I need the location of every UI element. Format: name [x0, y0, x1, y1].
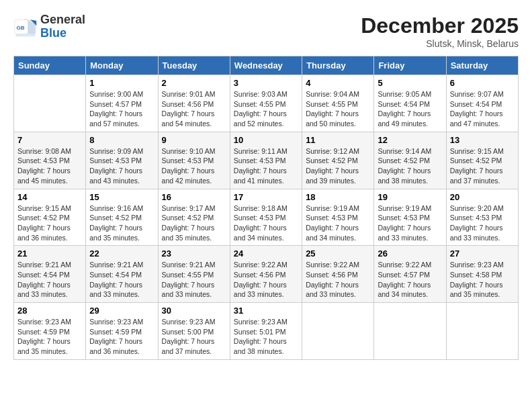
month-title: December 2025 [361, 13, 519, 38]
day-info: Sunrise: 9:20 AMSunset: 4:53 PMDaylight:… [450, 203, 515, 243]
logo-icon: GB [13, 15, 38, 39]
day-info: Sunrise: 9:11 AMSunset: 4:53 PMDaylight:… [234, 146, 298, 186]
day-info: Sunrise: 9:23 AMSunset: 4:59 PMDaylight:… [17, 317, 82, 357]
day-number: 31 [234, 306, 298, 316]
calendar-cell: 3Sunrise: 9:03 AMSunset: 4:55 PMDaylight… [230, 75, 302, 132]
day-number: 9 [162, 135, 226, 145]
day-info: Sunrise: 9:14 AMSunset: 4:52 PMDaylight:… [378, 146, 442, 186]
day-info: Sunrise: 9:07 AMSunset: 4:54 PMDaylight:… [450, 89, 515, 129]
calendar-cell: 8Sunrise: 9:09 AMSunset: 4:53 PMDaylight… [86, 132, 158, 189]
calendar-cell: 25Sunrise: 9:22 AMSunset: 4:56 PMDayligh… [302, 246, 374, 303]
day-info: Sunrise: 9:17 AMSunset: 4:52 PMDaylight:… [162, 203, 226, 243]
calendar-cell: 6Sunrise: 9:07 AMSunset: 4:54 PMDaylight… [446, 75, 518, 132]
header-tuesday: Tuesday [158, 56, 230, 75]
day-info: Sunrise: 9:22 AMSunset: 4:56 PMDaylight:… [306, 260, 370, 300]
day-number: 24 [234, 248, 298, 259]
calendar-cell: 22Sunrise: 9:21 AMSunset: 4:54 PMDayligh… [86, 246, 158, 303]
logo-text: General Blue [40, 13, 85, 40]
day-info: Sunrise: 9:21 AMSunset: 4:54 PMDaylight:… [89, 260, 154, 300]
logo-general: General [40, 13, 85, 27]
calendar-cell [14, 75, 86, 132]
calendar-week-row: 28Sunrise: 9:23 AMSunset: 4:59 PMDayligh… [14, 303, 519, 360]
day-number: 16 [162, 192, 226, 202]
calendar-cell: 5Sunrise: 9:05 AMSunset: 4:54 PMDaylight… [374, 75, 446, 132]
day-info: Sunrise: 9:03 AMSunset: 4:55 PMDaylight:… [234, 89, 298, 129]
day-number: 25 [306, 248, 370, 259]
day-number: 6 [450, 78, 515, 88]
calendar-cell: 10Sunrise: 9:11 AMSunset: 4:53 PMDayligh… [230, 132, 302, 189]
day-number: 26 [378, 248, 442, 259]
day-number: 22 [89, 248, 154, 259]
calendar-cell: 16Sunrise: 9:17 AMSunset: 4:52 PMDayligh… [158, 189, 230, 246]
day-number: 3 [234, 78, 298, 88]
calendar-cell: 18Sunrise: 9:19 AMSunset: 4:53 PMDayligh… [302, 189, 374, 246]
day-info: Sunrise: 9:01 AMSunset: 4:56 PMDaylight:… [162, 89, 226, 129]
location-subtitle: Slutsk, Minsk, Belarus [361, 38, 519, 49]
calendar-cell [374, 303, 446, 360]
day-number: 17 [234, 192, 298, 202]
calendar-cell: 7Sunrise: 9:08 AMSunset: 4:53 PMDaylight… [14, 132, 86, 189]
day-number: 2 [162, 78, 226, 88]
day-number: 29 [89, 306, 154, 316]
calendar-cell: 26Sunrise: 9:22 AMSunset: 4:57 PMDayligh… [374, 246, 446, 303]
day-info: Sunrise: 9:12 AMSunset: 4:52 PMDaylight:… [306, 146, 370, 186]
day-number: 20 [450, 192, 515, 202]
calendar-cell: 20Sunrise: 9:20 AMSunset: 4:53 PMDayligh… [446, 189, 518, 246]
calendar-cell: 9Sunrise: 9:10 AMSunset: 4:53 PMDaylight… [158, 132, 230, 189]
day-number: 19 [378, 192, 442, 202]
day-info: Sunrise: 9:22 AMSunset: 4:56 PMDaylight:… [234, 260, 298, 300]
day-number: 8 [89, 135, 154, 145]
day-number: 27 [450, 248, 515, 259]
day-number: 30 [162, 306, 226, 316]
calendar-cell: 4Sunrise: 9:04 AMSunset: 4:55 PMDaylight… [302, 75, 374, 132]
day-info: Sunrise: 9:00 AMSunset: 4:57 PMDaylight:… [89, 89, 154, 129]
calendar-cell: 2Sunrise: 9:01 AMSunset: 4:56 PMDaylight… [158, 75, 230, 132]
day-number: 10 [234, 135, 298, 145]
calendar-cell: 13Sunrise: 9:15 AMSunset: 4:52 PMDayligh… [446, 132, 518, 189]
calendar-week-row: 1Sunrise: 9:00 AMSunset: 4:57 PMDaylight… [14, 75, 519, 132]
day-info: Sunrise: 9:22 AMSunset: 4:57 PMDaylight:… [378, 260, 442, 300]
calendar-cell: 17Sunrise: 9:18 AMSunset: 4:53 PMDayligh… [230, 189, 302, 246]
header-saturday: Saturday [446, 56, 518, 75]
day-info: Sunrise: 9:21 AMSunset: 4:55 PMDaylight:… [162, 260, 226, 300]
day-number: 28 [17, 306, 82, 316]
day-number: 18 [306, 192, 370, 202]
calendar-cell: 21Sunrise: 9:21 AMSunset: 4:54 PMDayligh… [14, 246, 86, 303]
day-number: 1 [89, 78, 154, 88]
day-info: Sunrise: 9:04 AMSunset: 4:55 PMDaylight:… [306, 89, 370, 129]
day-number: 21 [17, 248, 82, 259]
calendar-cell [446, 303, 518, 360]
calendar-cell: 23Sunrise: 9:21 AMSunset: 4:55 PMDayligh… [158, 246, 230, 303]
header-monday: Monday [86, 56, 158, 75]
calendar-cell: 31Sunrise: 9:23 AMSunset: 5:01 PMDayligh… [230, 303, 302, 360]
calendar-week-row: 7Sunrise: 9:08 AMSunset: 4:53 PMDaylight… [14, 132, 519, 189]
day-info: Sunrise: 9:21 AMSunset: 4:54 PMDaylight:… [17, 260, 82, 300]
day-info: Sunrise: 9:09 AMSunset: 4:53 PMDaylight:… [89, 146, 154, 186]
day-number: 12 [378, 135, 442, 145]
day-number: 4 [306, 78, 370, 88]
logo: GB General Blue [13, 13, 85, 40]
calendar-cell: 11Sunrise: 9:12 AMSunset: 4:52 PMDayligh… [302, 132, 374, 189]
calendar-cell: 15Sunrise: 9:16 AMSunset: 4:52 PMDayligh… [86, 189, 158, 246]
day-info: Sunrise: 9:08 AMSunset: 4:53 PMDaylight:… [17, 146, 82, 186]
day-info: Sunrise: 9:15 AMSunset: 4:52 PMDaylight:… [450, 146, 515, 186]
calendar-header-row: SundayMondayTuesdayWednesdayThursdayFrid… [14, 56, 519, 75]
calendar-cell: 24Sunrise: 9:22 AMSunset: 4:56 PMDayligh… [230, 246, 302, 303]
header-wednesday: Wednesday [230, 56, 302, 75]
day-info: Sunrise: 9:23 AMSunset: 4:58 PMDaylight:… [450, 260, 515, 300]
day-number: 11 [306, 135, 370, 145]
day-info: Sunrise: 9:18 AMSunset: 4:53 PMDaylight:… [234, 203, 298, 243]
day-number: 5 [378, 78, 442, 88]
calendar-cell: 19Sunrise: 9:19 AMSunset: 4:53 PMDayligh… [374, 189, 446, 246]
day-info: Sunrise: 9:23 AMSunset: 5:00 PMDaylight:… [162, 317, 226, 357]
logo-blue: Blue [40, 27, 85, 40]
page-header: GB General Blue December 2025 Slutsk, Mi… [13, 13, 519, 49]
svg-text:GB: GB [17, 24, 25, 30]
day-info: Sunrise: 9:19 AMSunset: 4:53 PMDaylight:… [306, 203, 370, 243]
header-friday: Friday [374, 56, 446, 75]
calendar-cell [302, 303, 374, 360]
calendar-cell: 28Sunrise: 9:23 AMSunset: 4:59 PMDayligh… [14, 303, 86, 360]
header-sunday: Sunday [14, 56, 86, 75]
header-thursday: Thursday [302, 56, 374, 75]
calendar-cell: 1Sunrise: 9:00 AMSunset: 4:57 PMDaylight… [86, 75, 158, 132]
